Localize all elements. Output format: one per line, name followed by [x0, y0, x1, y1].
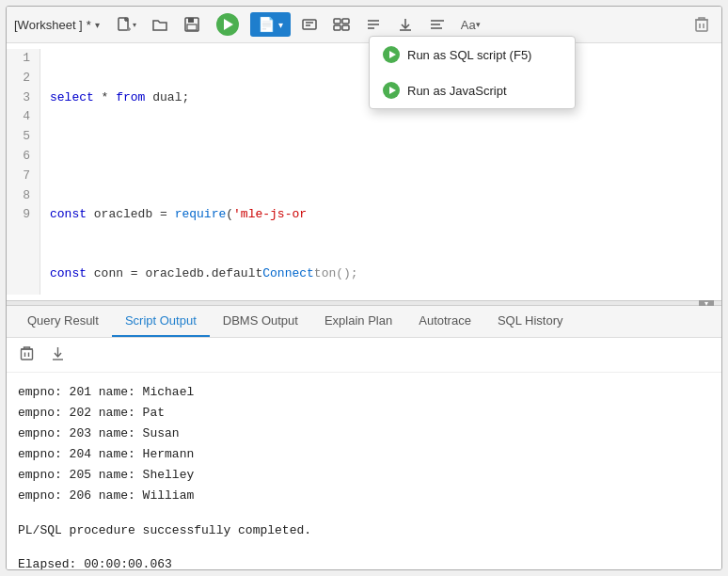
output-line-2: empno: 202 name: Pat — [18, 403, 710, 424]
output-line-6: empno: 206 name: William — [18, 486, 710, 506]
run-js-icon — [383, 82, 400, 99]
save-file-button[interactable] — [179, 13, 205, 36]
tab-sql-history[interactable]: SQL History — [484, 306, 577, 337]
new-file-arrow[interactable]: ▾ — [133, 21, 136, 29]
run-as-js-item[interactable]: Run as JavaScript — [370, 72, 575, 108]
run-sql-label: Run as SQL script (F5) — [407, 48, 531, 62]
svg-rect-8 — [187, 24, 197, 30]
font-button[interactable]: Aa ▾ — [456, 15, 485, 35]
output-line-4: empno: 204 name: Hermann — [18, 444, 710, 465]
toolbar-btn-6[interactable] — [328, 13, 355, 36]
line-numbers: 1 2 3 4 5 6 7 8 9 — [7, 49, 40, 295]
results-area: Query Result Script Output DBMS Output E… — [7, 306, 721, 569]
run-as-sql-item[interactable]: Run as SQL script (F5) — [370, 37, 575, 72]
svg-rect-13 — [342, 19, 349, 24]
format-button[interactable] — [424, 13, 451, 36]
delete-button[interactable] — [689, 13, 714, 36]
tab-query-result[interactable]: Query Result — [14, 306, 112, 337]
svg-rect-7 — [188, 18, 194, 23]
worksheet-dropdown-arrow[interactable]: ▾ — [95, 20, 100, 30]
new-file-button[interactable]: ▾ — [111, 13, 141, 36]
run-dropdown-button[interactable]: 📄 ▾ — [250, 12, 291, 37]
status-line: PL/SQL procedure successfully completed. — [18, 520, 710, 541]
run-button[interactable] — [211, 10, 245, 39]
results-content: empno: 201 name: Michael empno: 202 name… — [7, 373, 721, 569]
run-sql-icon — [383, 46, 400, 63]
tab-autotrace[interactable]: Autotrace — [405, 306, 484, 337]
results-toolbar — [7, 338, 721, 373]
elapsed-line: Elapsed: 00:00:00.063 — [18, 554, 710, 569]
open-file-button[interactable] — [147, 13, 173, 36]
toolbar-btn-7[interactable] — [360, 13, 387, 36]
worksheet-title: [Worksheet ]* ▾ — [14, 18, 100, 32]
output-line-1: empno: 201 name: Michael — [18, 382, 710, 403]
run-doc-icon: 📄 — [258, 16, 276, 33]
code-editor[interactable]: 1 2 3 4 5 6 7 8 9 select * from dual; co… — [7, 43, 721, 300]
asterisk: * — [87, 18, 91, 32]
results-delete-button[interactable] — [16, 344, 38, 366]
download-button[interactable] — [392, 13, 419, 36]
main-window: [Worksheet ]* ▾ ▾ — [6, 6, 722, 570]
svg-rect-9 — [303, 20, 316, 29]
svg-rect-12 — [334, 19, 340, 24]
svg-rect-14 — [334, 25, 340, 30]
tabs-bar: Query Result Script Output DBMS Output E… — [7, 306, 721, 338]
output-line-3: empno: 203 name: Susan — [18, 424, 710, 444]
output-line-5: empno: 205 name: Shelley — [18, 465, 710, 486]
svg-rect-27 — [22, 349, 33, 360]
run-dropdown-container: 📄 ▾ — [250, 12, 291, 37]
toolbar: [Worksheet ]* ▾ ▾ — [7, 7, 721, 43]
tab-script-output[interactable]: Script Output — [112, 306, 210, 337]
tab-explain-plan[interactable]: Explain Plan — [311, 306, 405, 337]
toolbar-btn-5[interactable] — [296, 13, 323, 36]
editor-area: 1 2 3 4 5 6 7 8 9 select * from dual; co… — [7, 43, 721, 300]
results-download-button[interactable] — [47, 344, 69, 366]
svg-rect-24 — [696, 20, 707, 31]
svg-rect-15 — [342, 25, 349, 30]
run-dropdown-arrow: ▾ — [278, 20, 283, 30]
run-js-label: Run as JavaScript — [407, 84, 507, 98]
tab-dbms-output[interactable]: DBMS Output — [210, 306, 311, 337]
run-dropdown-menu: Run as SQL script (F5) Run as JavaScript — [369, 36, 576, 109]
worksheet-label: [Worksheet ] — [14, 18, 83, 32]
